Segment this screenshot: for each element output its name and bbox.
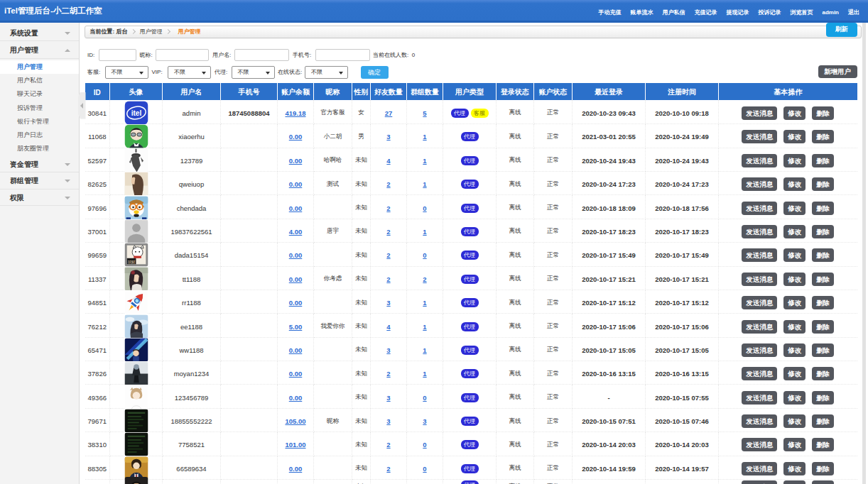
svg-text:招财: 招财 xyxy=(127,260,135,264)
svg-text:itel: itel xyxy=(131,109,141,116)
